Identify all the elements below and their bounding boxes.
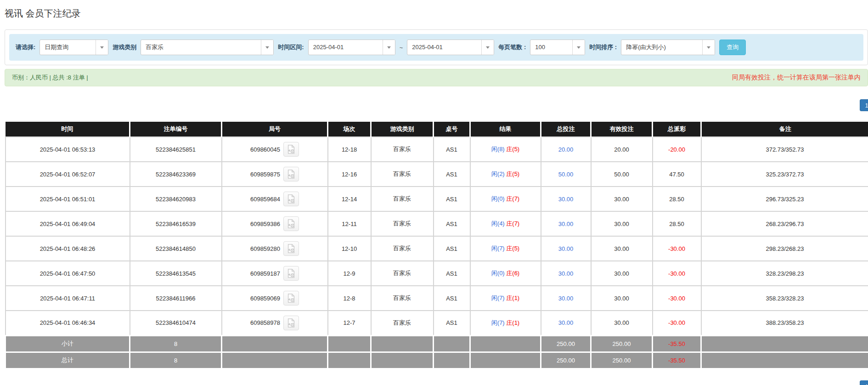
video-replay-button[interactable] [283,142,299,157]
total-bet-link[interactable]: 30.00 [558,295,574,302]
cell-table-no: AS1 [434,211,470,236]
cell-note: 372.73/352.73 [701,137,868,162]
result-player: 闲(4) [491,220,505,227]
round-id-text: 609859875 [250,171,280,178]
col-header-total-bet: 总投注 [541,122,591,137]
result-banker: 庄(5) [506,245,519,252]
summary-payout: -35.50 [653,335,701,352]
summary-label: 小计 [6,335,130,352]
date-range-label: 时间区间: [278,43,304,51]
cell-note: 358.23/328.23 [701,286,868,311]
round-id-text: 609859187 [250,270,280,277]
cell-time: 2025-04-01 06:52:07 [6,162,130,187]
result-banker: 庄(6) [506,270,519,277]
movie-file-icon [286,293,296,303]
time-sort-select[interactable]: 降幂(由大到小) [621,40,715,55]
cell-session: 12-7 [328,311,371,335]
cell-valid-bet: 30.00 [591,236,653,261]
cell-bet-id: 522384613545 [130,261,222,286]
date-from-value: 2025-04-01 [309,40,383,55]
cell-payout: -30.00 [653,286,701,311]
cell-round-id: 609859069 [222,286,328,311]
round-id-text: 609859069 [250,295,280,302]
cell-table-no: AS1 [434,286,470,311]
result-banker: 庄(1) [506,294,519,301]
cell-valid-bet: 20.00 [591,137,653,162]
cell-time: 2025-04-01 06:48:26 [6,236,130,261]
round-id-text: 609859280 [250,245,280,252]
cell-game-type: 百家乐 [371,286,434,311]
chevron-down-icon[interactable] [481,40,494,55]
dropdown-arrow-icon [707,46,710,49]
table-row: 2025-04-01 06:48:26 522384614850 6098592… [6,236,868,261]
table-header-row: 时间 注单编号 局号 场次 游戏类别 桌号 结果 总投注 有效投注 总派彩 备注 [6,122,868,137]
page-size-select[interactable]: 100 [530,40,585,55]
cell-table-no: AS1 [434,236,470,261]
result-player: 闲(0) [491,195,505,202]
date-from-select[interactable]: 2025-04-01 [308,40,395,55]
col-header-payout: 总派彩 [653,122,701,137]
total-bet-link[interactable]: 20.00 [558,146,574,153]
video-replay-button[interactable] [283,192,299,206]
video-replay-button[interactable] [283,216,299,231]
video-replay-button[interactable] [283,291,299,306]
game-type-select[interactable]: 百家乐 [141,40,274,55]
total-bet-link[interactable]: 30.00 [558,245,574,252]
dropdown-arrow-icon [100,46,104,49]
total-bet-link[interactable]: 30.00 [558,221,574,227]
video-replay-button[interactable] [283,266,299,281]
chevron-down-icon[interactable] [702,40,715,55]
result-player: 闲(2) [491,170,505,177]
movie-file-icon [286,318,296,328]
cell-bet-id: 522384623369 [130,162,222,187]
query-mode-label: 请选择: [16,43,35,51]
cell-total-bet: 30.00 [541,286,591,311]
chevron-down-icon[interactable] [261,40,273,55]
query-mode-select[interactable]: 日期查询 [39,40,108,55]
cell-payout: 47.50 [653,162,701,187]
date-to-select[interactable]: 2025-04-01 [407,40,494,55]
cell-time: 2025-04-01 06:47:50 [6,261,130,286]
video-replay-button[interactable] [283,241,299,256]
cell-result: 闲(7) 庄(5) [470,236,541,261]
cell-result: 闲(0) 庄(6) [470,261,541,286]
result-player: 闲(7) [491,294,505,301]
table-row: 2025-04-01 06:51:01 522384620983 6098596… [6,187,868,211]
total-bet-link[interactable]: 30.00 [558,270,574,277]
col-header-bet-id: 注单编号 [130,122,222,137]
cell-payout: 28.50 [653,187,701,211]
cell-session: 12-18 [328,137,371,162]
total-bet-link[interactable]: 30.00 [558,319,574,326]
page-1-button-bottom[interactable]: 1 [860,380,868,385]
search-button[interactable]: 查询 [719,40,746,55]
chevron-down-icon[interactable] [572,40,585,55]
table-row: 2025-04-01 06:46:34 522384610474 6098589… [6,311,868,335]
total-bet-link[interactable]: 50.00 [558,171,574,178]
chevron-down-icon[interactable] [96,40,108,55]
cell-bet-id: 522384620983 [130,187,222,211]
grand-total-row: 总计 8 250.00 250.00 -35.50 [6,352,868,368]
cell-game-type: 百家乐 [371,162,434,187]
video-replay-button[interactable] [283,316,299,330]
movie-file-icon [286,194,296,204]
cell-session: 12-11 [328,211,371,236]
cell-game-type: 百家乐 [371,211,434,236]
total-bet-link[interactable]: 30.00 [558,196,574,203]
movie-file-icon [286,268,296,278]
game-type-label: 游戏类别 [113,43,136,51]
table-row: 2025-04-01 06:52:07 522384623369 6098598… [6,162,868,187]
result-player: 闲(7) [491,319,505,326]
chevron-down-icon[interactable] [383,40,395,55]
cell-total-bet: 30.00 [541,261,591,286]
cell-bet-id: 522384614850 [130,236,222,261]
cell-round-id: 609859875 [222,162,328,187]
page-1-button-top[interactable]: 1 [860,99,868,111]
cell-note: 298.23/268.23 [701,236,868,261]
video-replay-button[interactable] [283,167,299,181]
cell-valid-bet: 30.00 [591,187,653,211]
cell-payout: -20.00 [653,137,701,162]
cell-time: 2025-04-01 06:53:13 [6,137,130,162]
summary-total-bet: 250.00 [541,352,591,368]
cell-result: 闲(8) 庄(5) [470,137,541,162]
movie-file-icon [286,219,296,229]
